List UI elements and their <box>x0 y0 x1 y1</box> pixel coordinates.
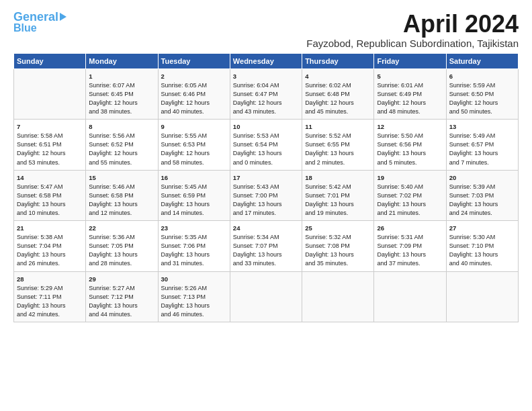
cell-content: Sunrise: 6:02 AMSunset: 6:48 PMDaylight:… <box>305 81 371 116</box>
calendar-cell: 24Sunrise: 5:34 AMSunset: 7:07 PMDayligh… <box>230 221 302 271</box>
col-header-thursday: Thursday <box>302 53 374 68</box>
cell-content: Sunrise: 5:39 AMSunset: 7:03 PMDaylight:… <box>449 183 515 218</box>
col-header-friday: Friday <box>374 53 446 68</box>
calendar-cell: 30Sunrise: 5:26 AMSunset: 7:13 PMDayligh… <box>158 271 230 322</box>
cell-content: Sunrise: 5:29 AMSunset: 7:11 PMDaylight:… <box>17 284 83 319</box>
day-number: 2 <box>161 72 227 81</box>
calendar-cell: 21Sunrise: 5:38 AMSunset: 7:04 PMDayligh… <box>14 221 86 271</box>
cell-content: Sunrise: 5:53 AMSunset: 6:54 PMDaylight:… <box>233 132 299 167</box>
day-number: 6 <box>449 72 515 81</box>
table-row: 21Sunrise: 5:38 AMSunset: 7:04 PMDayligh… <box>14 221 519 271</box>
calendar-cell: 2Sunrise: 6:05 AMSunset: 6:46 PMDaylight… <box>158 68 230 119</box>
day-number: 26 <box>377 224 443 232</box>
calendar-cell: 26Sunrise: 5:31 AMSunset: 7:09 PMDayligh… <box>374 221 446 271</box>
cell-content: Sunrise: 5:34 AMSunset: 7:07 PMDaylight:… <box>233 233 299 268</box>
day-number: 17 <box>233 173 299 182</box>
day-number: 10 <box>233 122 299 131</box>
cell-content: Sunrise: 5:56 AMSunset: 6:52 PMDaylight:… <box>89 132 154 167</box>
day-number: 16 <box>161 173 227 182</box>
cell-content: Sunrise: 5:52 AMSunset: 6:55 PMDaylight:… <box>305 132 371 167</box>
cell-content: Sunrise: 5:43 AMSunset: 7:00 PMDaylight:… <box>233 183 299 218</box>
table-row: 7Sunrise: 5:58 AMSunset: 6:51 PMDaylight… <box>14 120 519 170</box>
cell-content: Sunrise: 5:30 AMSunset: 7:10 PMDaylight:… <box>449 233 515 268</box>
calendar-table: SundayMondayTuesdayWednesdayThursdayFrid… <box>13 53 519 322</box>
header: General Blue April 2024 Fayzobod, Republ… <box>13 11 519 49</box>
page-subtitle: Fayzobod, Republican Subordination, Taji… <box>306 38 519 49</box>
calendar-cell: 14Sunrise: 5:47 AMSunset: 6:58 PMDayligh… <box>14 170 86 220</box>
day-number: 15 <box>89 173 154 182</box>
cell-content: Sunrise: 6:01 AMSunset: 6:49 PMDaylight:… <box>377 81 443 116</box>
logo-blue: Blue <box>13 23 37 34</box>
day-number: 13 <box>449 122 515 131</box>
cell-content: Sunrise: 5:47 AMSunset: 6:58 PMDaylight:… <box>17 183 83 218</box>
day-number: 5 <box>377 72 443 81</box>
calendar-cell <box>374 271 446 322</box>
calendar-cell: 28Sunrise: 5:29 AMSunset: 7:11 PMDayligh… <box>14 271 86 322</box>
day-number: 7 <box>17 122 83 131</box>
col-header-sunday: Sunday <box>14 53 86 68</box>
calendar-cell: 19Sunrise: 5:40 AMSunset: 7:02 PMDayligh… <box>374 170 446 220</box>
day-number: 3 <box>233 72 299 81</box>
title-block: April 2024 Fayzobod, Republican Subordin… <box>306 11 519 49</box>
cell-content: Sunrise: 5:40 AMSunset: 7:02 PMDaylight:… <box>377 183 443 218</box>
calendar-cell: 7Sunrise: 5:58 AMSunset: 6:51 PMDaylight… <box>14 120 86 170</box>
calendar-cell: 6Sunrise: 5:59 AMSunset: 6:50 PMDaylight… <box>446 68 518 119</box>
day-number: 20 <box>449 173 515 182</box>
cell-content: Sunrise: 6:04 AMSunset: 6:47 PMDaylight:… <box>233 81 299 116</box>
day-number: 11 <box>305 122 371 131</box>
cell-content: Sunrise: 5:36 AMSunset: 7:05 PMDaylight:… <box>89 233 154 268</box>
cell-content: Sunrise: 5:50 AMSunset: 6:56 PMDaylight:… <box>377 132 443 167</box>
day-number: 1 <box>89 72 154 81</box>
calendar-cell <box>230 271 302 322</box>
calendar-cell: 11Sunrise: 5:52 AMSunset: 6:55 PMDayligh… <box>302 120 374 170</box>
cell-content: Sunrise: 6:05 AMSunset: 6:46 PMDaylight:… <box>161 81 227 116</box>
col-header-monday: Monday <box>86 53 158 68</box>
cell-content: Sunrise: 5:49 AMSunset: 6:57 PMDaylight:… <box>449 132 515 167</box>
col-header-saturday: Saturday <box>446 53 518 68</box>
cell-content: Sunrise: 5:31 AMSunset: 7:09 PMDaylight:… <box>377 233 443 268</box>
cell-content: Sunrise: 5:55 AMSunset: 6:53 PMDaylight:… <box>161 132 227 167</box>
calendar-cell: 20Sunrise: 5:39 AMSunset: 7:03 PMDayligh… <box>446 170 518 220</box>
table-row: 1Sunrise: 6:07 AMSunset: 6:45 PMDaylight… <box>14 68 519 119</box>
day-number: 8 <box>89 122 154 131</box>
day-number: 30 <box>161 275 227 283</box>
day-number: 28 <box>17 275 83 283</box>
day-number: 24 <box>233 224 299 232</box>
logo-arrow-icon <box>60 13 66 21</box>
calendar-cell: 13Sunrise: 5:49 AMSunset: 6:57 PMDayligh… <box>446 120 518 170</box>
cell-content: Sunrise: 6:07 AMSunset: 6:45 PMDaylight:… <box>89 81 154 116</box>
calendar-cell <box>302 271 374 322</box>
cell-content: Sunrise: 5:42 AMSunset: 7:01 PMDaylight:… <box>305 183 371 218</box>
day-number: 12 <box>377 122 443 131</box>
cell-content: Sunrise: 5:32 AMSunset: 7:08 PMDaylight:… <box>305 233 371 268</box>
cell-content: Sunrise: 5:45 AMSunset: 6:59 PMDaylight:… <box>161 183 227 218</box>
day-number: 29 <box>89 275 154 283</box>
calendar-cell: 5Sunrise: 6:01 AMSunset: 6:49 PMDaylight… <box>374 68 446 119</box>
cell-content: Sunrise: 5:59 AMSunset: 6:50 PMDaylight:… <box>449 81 515 116</box>
cell-content: Sunrise: 5:46 AMSunset: 6:58 PMDaylight:… <box>89 183 154 218</box>
cell-content: Sunrise: 5:26 AMSunset: 7:13 PMDaylight:… <box>161 284 227 319</box>
cell-content: Sunrise: 5:38 AMSunset: 7:04 PMDaylight:… <box>17 233 83 268</box>
calendar-cell: 10Sunrise: 5:53 AMSunset: 6:54 PMDayligh… <box>230 120 302 170</box>
day-number: 19 <box>377 173 443 182</box>
calendar-cell: 15Sunrise: 5:46 AMSunset: 6:58 PMDayligh… <box>86 170 158 220</box>
day-number: 21 <box>17 224 83 232</box>
calendar-cell <box>14 68 86 119</box>
page-title: April 2024 <box>306 11 519 38</box>
calendar-cell: 12Sunrise: 5:50 AMSunset: 6:56 PMDayligh… <box>374 120 446 170</box>
calendar-cell: 16Sunrise: 5:45 AMSunset: 6:59 PMDayligh… <box>158 170 230 220</box>
calendar-cell <box>446 271 518 322</box>
table-header-row: SundayMondayTuesdayWednesdayThursdayFrid… <box>14 53 519 68</box>
day-number: 27 <box>449 224 515 232</box>
day-number: 4 <box>305 72 371 81</box>
day-number: 18 <box>305 173 371 182</box>
calendar-cell: 1Sunrise: 6:07 AMSunset: 6:45 PMDaylight… <box>86 68 158 119</box>
cell-content: Sunrise: 5:35 AMSunset: 7:06 PMDaylight:… <box>161 233 227 268</box>
day-number: 14 <box>17 173 83 182</box>
calendar-cell: 23Sunrise: 5:35 AMSunset: 7:06 PMDayligh… <box>158 221 230 271</box>
day-number: 25 <box>305 224 371 232</box>
logo-general: General <box>13 10 58 24</box>
cell-content: Sunrise: 5:58 AMSunset: 6:51 PMDaylight:… <box>17 132 83 167</box>
calendar-cell: 4Sunrise: 6:02 AMSunset: 6:48 PMDaylight… <box>302 68 374 119</box>
table-row: 28Sunrise: 5:29 AMSunset: 7:11 PMDayligh… <box>14 271 519 322</box>
